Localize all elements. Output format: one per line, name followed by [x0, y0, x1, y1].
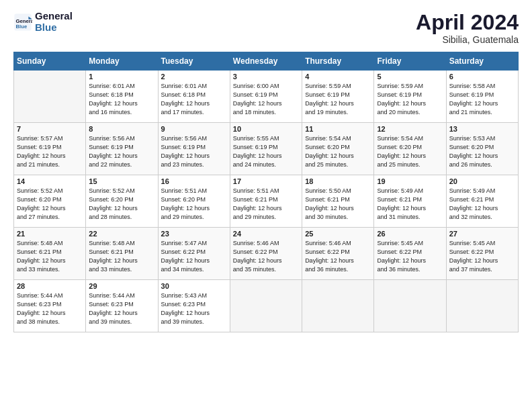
day-number: 5	[377, 73, 443, 81]
day-number: 23	[161, 230, 227, 238]
logo-blue: Blue	[35, 22, 73, 34]
day-number: 29	[89, 282, 154, 290]
calendar-cell: 17Sunrise: 5:51 AMSunset: 6:21 PMDayligh…	[230, 175, 302, 228]
day-number: 11	[305, 125, 371, 133]
calendar-cell: 26Sunrise: 5:45 AMSunset: 6:22 PMDayligh…	[374, 228, 446, 280]
day-number: 19	[377, 177, 443, 185]
calendar-cell: 15Sunrise: 5:52 AMSunset: 6:20 PMDayligh…	[86, 175, 158, 228]
calendar-cell: 5Sunrise: 5:59 AMSunset: 6:19 PMDaylight…	[374, 71, 446, 123]
day-info: Sunrise: 5:52 AMSunset: 6:20 PMDaylight:…	[17, 187, 83, 222]
logo: General Blue General Blue	[13, 11, 73, 33]
day-number: 20	[449, 177, 515, 185]
calendar-cell: 13Sunrise: 5:53 AMSunset: 6:20 PMDayligh…	[446, 123, 518, 175]
day-info: Sunrise: 5:59 AMSunset: 6:19 PMDaylight:…	[377, 82, 443, 117]
day-info: Sunrise: 5:49 AMSunset: 6:21 PMDaylight:…	[377, 187, 443, 222]
svg-text:Blue: Blue	[16, 24, 28, 30]
day-info: Sunrise: 5:51 AMSunset: 6:20 PMDaylight:…	[161, 187, 227, 222]
calendar-cell: 24Sunrise: 5:46 AMSunset: 6:22 PMDayligh…	[230, 228, 302, 280]
calendar-body: 1Sunrise: 6:01 AMSunset: 6:18 PMDaylight…	[14, 71, 519, 332]
calendar-cell: 3Sunrise: 6:00 AMSunset: 6:19 PMDaylight…	[230, 71, 302, 123]
day-info: Sunrise: 5:58 AMSunset: 6:19 PMDaylight:…	[449, 82, 515, 117]
day-info: Sunrise: 5:50 AMSunset: 6:21 PMDaylight:…	[305, 187, 371, 222]
day-info: Sunrise: 5:57 AMSunset: 6:19 PMDaylight:…	[17, 134, 83, 169]
calendar-week-2: 7Sunrise: 5:57 AMSunset: 6:19 PMDaylight…	[14, 123, 519, 175]
calendar-cell	[374, 280, 446, 332]
calendar-cell: 11Sunrise: 5:54 AMSunset: 6:20 PMDayligh…	[302, 123, 374, 175]
calendar-table: SundayMondayTuesdayWednesdayThursdayFrid…	[13, 52, 519, 332]
calendar-cell: 21Sunrise: 5:48 AMSunset: 6:21 PMDayligh…	[14, 228, 86, 280]
col-header-tuesday: Tuesday	[158, 52, 230, 71]
calendar-cell: 14Sunrise: 5:52 AMSunset: 6:20 PMDayligh…	[14, 175, 86, 228]
day-number: 17	[233, 177, 299, 185]
calendar-cell	[446, 280, 518, 332]
day-number: 27	[449, 230, 515, 238]
calendar-cell	[230, 280, 302, 332]
day-number: 24	[233, 230, 299, 238]
day-info: Sunrise: 5:56 AMSunset: 6:19 PMDaylight:…	[161, 134, 227, 169]
calendar-cell: 6Sunrise: 5:58 AMSunset: 6:19 PMDaylight…	[446, 71, 518, 123]
col-header-saturday: Saturday	[446, 52, 518, 71]
day-number: 16	[161, 177, 227, 185]
day-info: Sunrise: 5:54 AMSunset: 6:20 PMDaylight:…	[305, 134, 371, 169]
col-header-friday: Friday	[374, 52, 446, 71]
day-info: Sunrise: 5:46 AMSunset: 6:22 PMDaylight:…	[305, 239, 371, 274]
day-number: 1	[89, 73, 154, 81]
calendar-cell: 30Sunrise: 5:43 AMSunset: 6:23 PMDayligh…	[158, 280, 230, 332]
calendar-cell: 19Sunrise: 5:49 AMSunset: 6:21 PMDayligh…	[374, 175, 446, 228]
day-info: Sunrise: 5:49 AMSunset: 6:21 PMDaylight:…	[449, 187, 515, 222]
day-number: 8	[89, 125, 154, 133]
day-info: Sunrise: 5:44 AMSunset: 6:23 PMDaylight:…	[89, 291, 154, 326]
page: General Blue General Blue April 2024 Sib…	[0, 0, 532, 411]
day-info: Sunrise: 5:43 AMSunset: 6:23 PMDaylight:…	[161, 291, 227, 326]
day-number: 13	[449, 125, 515, 133]
day-info: Sunrise: 5:59 AMSunset: 6:19 PMDaylight:…	[305, 82, 371, 117]
calendar-cell: 18Sunrise: 5:50 AMSunset: 6:21 PMDayligh…	[302, 175, 374, 228]
day-number: 7	[17, 125, 83, 133]
day-number: 25	[305, 230, 371, 238]
day-number: 30	[161, 282, 227, 290]
calendar-week-3: 14Sunrise: 5:52 AMSunset: 6:20 PMDayligh…	[14, 175, 519, 228]
calendar-header-row: SundayMondayTuesdayWednesdayThursdayFrid…	[14, 52, 519, 71]
day-number: 26	[377, 230, 443, 238]
day-info: Sunrise: 5:45 AMSunset: 6:22 PMDaylight:…	[377, 239, 443, 274]
day-info: Sunrise: 5:55 AMSunset: 6:19 PMDaylight:…	[233, 134, 299, 169]
day-info: Sunrise: 5:51 AMSunset: 6:21 PMDaylight:…	[233, 187, 299, 222]
calendar-cell: 8Sunrise: 5:56 AMSunset: 6:19 PMDaylight…	[86, 123, 158, 175]
calendar-cell: 4Sunrise: 5:59 AMSunset: 6:19 PMDaylight…	[302, 71, 374, 123]
calendar-cell: 16Sunrise: 5:51 AMSunset: 6:20 PMDayligh…	[158, 175, 230, 228]
day-info: Sunrise: 5:54 AMSunset: 6:20 PMDaylight:…	[377, 134, 443, 169]
day-number: 9	[161, 125, 227, 133]
calendar-week-4: 21Sunrise: 5:48 AMSunset: 6:21 PMDayligh…	[14, 228, 519, 280]
calendar-cell: 9Sunrise: 5:56 AMSunset: 6:19 PMDaylight…	[158, 123, 230, 175]
calendar-cell: 28Sunrise: 5:44 AMSunset: 6:23 PMDayligh…	[14, 280, 86, 332]
day-number: 15	[89, 177, 154, 185]
day-info: Sunrise: 6:00 AMSunset: 6:19 PMDaylight:…	[233, 82, 299, 117]
day-info: Sunrise: 5:52 AMSunset: 6:20 PMDaylight:…	[89, 187, 154, 222]
day-number: 28	[17, 282, 83, 290]
day-number: 3	[233, 73, 299, 81]
location: Sibilia, Guatemala	[416, 34, 519, 45]
day-info: Sunrise: 5:44 AMSunset: 6:23 PMDaylight:…	[17, 291, 83, 326]
col-header-wednesday: Wednesday	[230, 52, 302, 71]
calendar-cell: 12Sunrise: 5:54 AMSunset: 6:20 PMDayligh…	[374, 123, 446, 175]
day-info: Sunrise: 5:56 AMSunset: 6:19 PMDaylight:…	[89, 134, 154, 169]
day-info: Sunrise: 5:48 AMSunset: 6:21 PMDaylight:…	[17, 239, 83, 274]
calendar-week-5: 28Sunrise: 5:44 AMSunset: 6:23 PMDayligh…	[14, 280, 519, 332]
header: General Blue General Blue April 2024 Sib…	[13, 11, 519, 45]
title-block: April 2024 Sibilia, Guatemala	[416, 11, 519, 45]
day-info: Sunrise: 5:53 AMSunset: 6:20 PMDaylight:…	[449, 134, 515, 169]
logo-icon: General Blue	[13, 13, 32, 32]
calendar-cell: 7Sunrise: 5:57 AMSunset: 6:19 PMDaylight…	[14, 123, 86, 175]
calendar-cell: 22Sunrise: 5:48 AMSunset: 6:21 PMDayligh…	[86, 228, 158, 280]
col-header-thursday: Thursday	[302, 52, 374, 71]
day-info: Sunrise: 5:45 AMSunset: 6:22 PMDaylight:…	[449, 239, 515, 274]
day-number: 12	[377, 125, 443, 133]
calendar-week-1: 1Sunrise: 6:01 AMSunset: 6:18 PMDaylight…	[14, 71, 519, 123]
calendar-cell: 1Sunrise: 6:01 AMSunset: 6:18 PMDaylight…	[86, 71, 158, 123]
month-title: April 2024	[416, 11, 519, 34]
calendar-cell: 20Sunrise: 5:49 AMSunset: 6:21 PMDayligh…	[446, 175, 518, 228]
calendar-cell: 29Sunrise: 5:44 AMSunset: 6:23 PMDayligh…	[86, 280, 158, 332]
col-header-monday: Monday	[86, 52, 158, 71]
day-info: Sunrise: 5:48 AMSunset: 6:21 PMDaylight:…	[89, 239, 154, 274]
day-number: 21	[17, 230, 83, 238]
